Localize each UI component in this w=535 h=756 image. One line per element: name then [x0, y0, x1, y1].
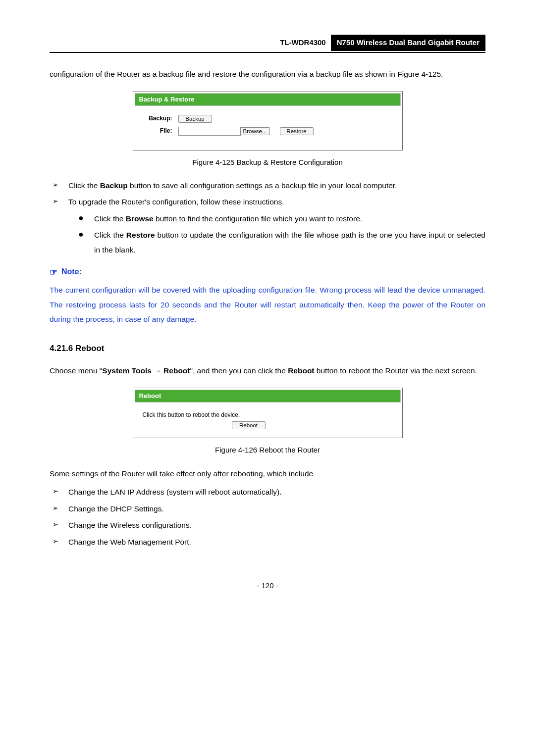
list-item: ➢ Change the Wireless configurations. — [50, 518, 485, 532]
figure-126-caption: Figure 4-126 Reboot the Router — [50, 443, 485, 457]
reboot-paragraph: Choose menu "System Tools → Reboot", and… — [50, 363, 485, 378]
text: Choose menu " — [50, 366, 102, 375]
text: ", and then you can click the — [190, 366, 288, 375]
arrow-icon: ➢ — [50, 518, 68, 531]
header-model: TL-WDR4300 — [275, 35, 331, 51]
restore-button[interactable]: Restore — [280, 127, 314, 135]
text: button to find the configuration file wh… — [154, 214, 362, 223]
reboot-list-intro: Some settings of the Router will take ef… — [50, 466, 485, 481]
note-heading: ☞Note: — [50, 264, 485, 281]
text: Click the — [68, 181, 100, 190]
bullet-icon: ● — [78, 211, 94, 225]
arrow-icon: ➢ — [50, 502, 68, 515]
text-bold: Reboot — [288, 366, 314, 375]
header-title: N750 Wireless Dual Band Gigabit Router — [331, 35, 485, 51]
list-item: ➢ Change the LAN IP Address (system will… — [50, 485, 485, 499]
list-item: ➢ Change the DHCP Settings. — [50, 502, 485, 516]
backup-button[interactable]: Backup — [178, 115, 212, 123]
instructions-list: ➢ Click the Backup button to save all co… — [50, 178, 485, 257]
text: button to reboot the Router via the next… — [315, 366, 477, 375]
text: Change the Wireless configurations. — [68, 518, 485, 532]
text: Change the DHCP Settings. — [68, 502, 485, 516]
page-header: TL-WDR4300 N750 Wireless Dual Band Gigab… — [50, 35, 485, 53]
text: To upgrade the Router's configuration, f… — [68, 195, 485, 209]
section-heading-reboot: 4.21.6 Reboot — [50, 341, 485, 356]
reboot-effect-list: ➢ Change the LAN IP Address (system will… — [50, 485, 485, 549]
browse-button[interactable]: Browse... — [240, 127, 270, 135]
text-bold: Browse — [126, 214, 154, 223]
text-bold: Backup — [100, 181, 128, 190]
note-body: The current configuration will be covere… — [50, 283, 485, 326]
text-bold: System Tools — [102, 366, 152, 375]
list-item: ● Click the Restore button to update the… — [50, 228, 485, 257]
arrow-icon: ➢ — [50, 485, 68, 498]
list-item: ● Click the Browse button to find the co… — [50, 211, 485, 226]
backup-label: Backup: — [140, 115, 172, 122]
list-item: ➢ Change the Web Management Port. — [50, 535, 485, 549]
arrow-icon: ➢ — [50, 195, 68, 208]
panel-title-backup-restore: Backup & Restore — [135, 93, 401, 106]
figure-backup-restore: Backup & Restore Backup: Backup File: Br… — [133, 91, 403, 151]
panel-title-reboot: Reboot — [135, 390, 401, 403]
arrow-icon: ➢ — [50, 535, 68, 548]
list-item: ➢ To upgrade the Router's configuration,… — [50, 195, 485, 209]
page-number: - 120 - — [50, 579, 485, 593]
file-label: File: — [140, 127, 172, 134]
text: Click the — [94, 214, 126, 223]
intro-paragraph: configuration of the Router as a backup … — [50, 67, 485, 81]
text: Change the LAN IP Address (system will r… — [68, 485, 485, 499]
text-bold: Restore — [126, 231, 155, 239]
file-input[interactable] — [178, 127, 241, 136]
hand-icon: ☞ — [50, 267, 57, 277]
figure-reboot: Reboot Click this button to reboot the d… — [133, 388, 403, 438]
reboot-hint-text: Click this button to reboot the device. — [143, 411, 395, 418]
text: Click the — [94, 231, 126, 239]
note-heading-text: Note: — [61, 268, 82, 276]
text: Change the Web Management Port. — [68, 535, 485, 549]
list-item: ➢ Click the Backup button to save all co… — [50, 178, 485, 193]
arrow-icon: ➢ — [50, 178, 68, 192]
arrow-icon: → — [152, 366, 163, 375]
text-bold: Reboot — [163, 366, 190, 375]
text: button to save all configuration setting… — [128, 181, 397, 190]
figure-125-caption: Figure 4-125 Backup & Restore Configurat… — [50, 155, 485, 170]
reboot-button[interactable]: Reboot — [232, 421, 266, 429]
bullet-icon: ● — [78, 228, 94, 241]
